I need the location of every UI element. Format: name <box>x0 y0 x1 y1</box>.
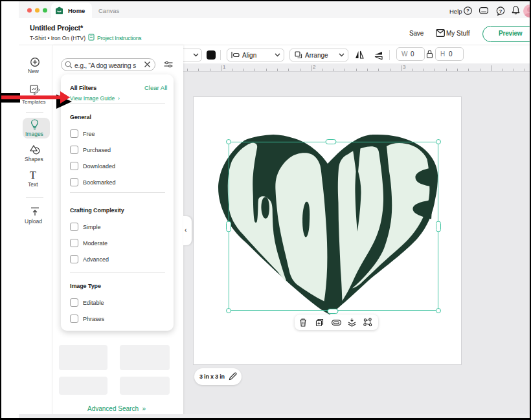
svg-text:?: ? <box>499 8 503 14</box>
svg-text:?: ? <box>466 8 469 14</box>
